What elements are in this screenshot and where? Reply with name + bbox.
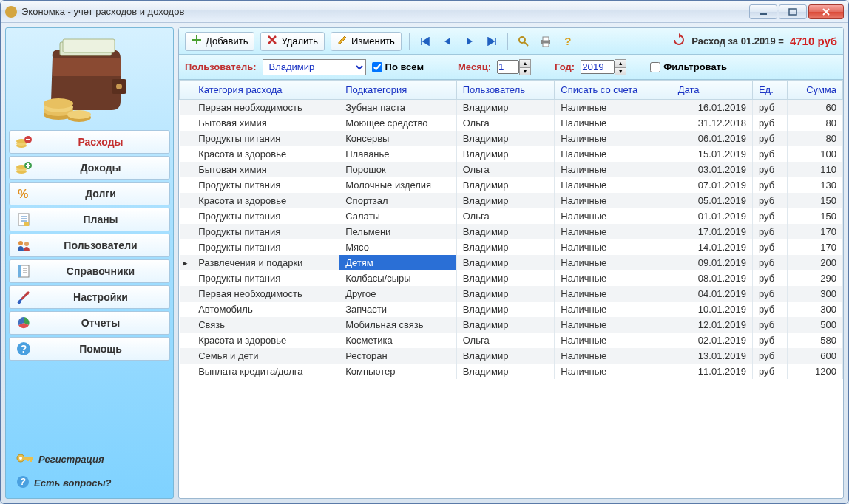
sidebar-item-2[interactable]: %Долги: [9, 182, 170, 205]
month-up-button[interactable]: ▲: [519, 59, 531, 67]
delete-button[interactable]: Удалить: [260, 32, 325, 51]
year-down-button[interactable]: ▼: [615, 67, 626, 75]
cell-subcategory: Салаты: [339, 208, 456, 224]
print-button[interactable]: [538, 33, 554, 50]
table-row[interactable]: Красота и здоровьеПлаваньеВладимирНаличн…: [180, 146, 843, 162]
sidebar-item-3[interactable]: Планы: [9, 208, 170, 231]
cell-user: Ольга: [456, 208, 555, 224]
maximize-button[interactable]: [779, 4, 807, 19]
all-users-checkbox[interactable]: По всем: [372, 61, 424, 72]
cell-subcategory: Детям: [339, 255, 456, 270]
svg-rect-5: [63, 39, 115, 52]
book-icon: [16, 264, 32, 279]
col-user[interactable]: Пользователь: [456, 81, 555, 100]
cell-category: Семья и дети: [192, 348, 339, 364]
col-subcategory[interactable]: Подкатегория: [339, 81, 456, 100]
nav-last-button[interactable]: [484, 33, 500, 50]
nav-prev-button[interactable]: [439, 33, 456, 50]
cell-user: Владимир: [456, 177, 555, 193]
cell-date: 11.01.2019: [672, 364, 752, 379]
register-link[interactable]: Регистрация: [9, 448, 170, 471]
cell-subcategory: Плаванье: [339, 146, 456, 162]
cell-subcategory: Порошок: [339, 162, 456, 177]
user-select[interactable]: Владимир: [263, 59, 366, 75]
table-row[interactable]: Семья и детиРесторанВладимирНаличные13.0…: [180, 348, 843, 364]
table-row[interactable]: Первая необходимостьДругоеВладимирНаличн…: [180, 286, 843, 302]
nav-next-button[interactable]: [461, 33, 478, 50]
table-row[interactable]: Продукты питанияКонсервыВладимирНаличные…: [180, 131, 843, 146]
sidebar-item-4[interactable]: Пользователи: [9, 234, 170, 257]
month-down-button[interactable]: ▼: [519, 67, 531, 75]
row-indicator: [180, 317, 192, 333]
cell-sum: 130: [788, 177, 843, 193]
cell-subcategory: Зубная паста: [339, 100, 456, 116]
table-row[interactable]: Красота и здоровьеСпортзалВладимирНаличн…: [180, 193, 843, 208]
wallet-logo: [9, 31, 170, 127]
svg-point-3: [116, 84, 122, 89]
sidebar-item-1[interactable]: Доходы: [9, 156, 170, 180]
svg-text:?: ?: [21, 343, 27, 355]
users-icon: [16, 239, 32, 252]
row-indicator: [180, 115, 192, 131]
year-input[interactable]: [581, 60, 615, 74]
table-row[interactable]: Продукты питанияКолбасы/сырыВладимирНали…: [180, 270, 843, 286]
cell-unit: руб: [752, 115, 787, 131]
col-sum[interactable]: Сумма: [788, 81, 843, 100]
row-indicator: [180, 162, 192, 177]
table-row[interactable]: СвязьМобильная связьВладимирНаличные12.0…: [180, 317, 843, 333]
cell-account: Наличные: [555, 255, 672, 270]
minimize-button[interactable]: [749, 4, 777, 19]
filter-checkbox[interactable]: Фильтровать: [650, 61, 727, 72]
table-row[interactable]: ▸Развлечения и подаркиДетямВладимирНалич…: [180, 255, 843, 270]
cell-sum: 170: [788, 239, 843, 255]
sidebar-item-0[interactable]: Расходы: [9, 130, 170, 154]
cell-account: Наличные: [555, 286, 672, 302]
cell-subcategory: Колбасы/сыры: [339, 270, 456, 286]
cell-sum: 60: [788, 100, 843, 116]
cell-sum: 600: [788, 348, 843, 364]
sidebar-item-7[interactable]: Отчеты: [9, 311, 170, 335]
year-up-button[interactable]: ▲: [615, 59, 626, 67]
month-input[interactable]: [497, 60, 519, 74]
sidebar-item-6[interactable]: Настройки: [9, 285, 170, 309]
cell-sum: 150: [788, 208, 843, 224]
table-row[interactable]: Первая необходимостьЗубная пастаВладимир…: [180, 100, 843, 116]
table-row[interactable]: Бытовая химияМоющее средствоОльгаНаличны…: [180, 115, 843, 131]
sidebar-item-5[interactable]: Справочники: [9, 259, 170, 283]
col-unit[interactable]: Ед.: [752, 81, 787, 100]
sidebar-item-8[interactable]: ?Помощь: [9, 337, 170, 361]
col-account[interactable]: Списать со счета: [555, 81, 672, 100]
search-button[interactable]: [515, 33, 532, 50]
edit-button[interactable]: Изменить: [331, 32, 402, 51]
cell-category: Продукты питания: [192, 177, 339, 193]
table-row[interactable]: Продукты питанияМолочные изделияВладимир…: [180, 177, 843, 193]
row-indicator: [180, 239, 192, 255]
table-row[interactable]: Выплата кредита/долгаКомпьютерВладимирНа…: [180, 364, 843, 379]
close-button[interactable]: [808, 4, 844, 19]
refresh-icon[interactable]: [672, 33, 686, 49]
cell-user: Ольга: [456, 115, 555, 131]
cell-category: Бытовая химия: [192, 162, 339, 177]
cell-category: Первая необходимость: [192, 286, 339, 302]
col-category[interactable]: Категория расхода: [192, 81, 339, 100]
nav-first-button[interactable]: [417, 33, 433, 50]
table-row[interactable]: АвтомобильЗапчастиВладимирНаличные10.01.…: [180, 302, 843, 317]
row-indicator: [180, 333, 192, 348]
table-row[interactable]: Продукты питанияМясоВладимирНаличные14.0…: [180, 239, 843, 255]
row-indicator: [180, 348, 192, 364]
svg-point-41: [19, 457, 22, 460]
table-row[interactable]: Продукты питанияПельмениВладимирНаличные…: [180, 224, 843, 239]
cell-subcategory: Другое: [339, 286, 456, 302]
table[interactable]: Категория расхода Подкатегория Пользоват…: [179, 80, 843, 498]
sidebar-item-label: Пользователи: [38, 239, 163, 251]
col-date[interactable]: Дата: [672, 81, 752, 100]
add-button[interactable]: Добавить: [185, 32, 254, 51]
questions-link[interactable]: ? Есть вопросы?: [9, 471, 170, 495]
key-icon: [16, 452, 34, 466]
table-row[interactable]: Бытовая химияПорошокОльгаНаличные03.01.2…: [180, 162, 843, 177]
hint-button[interactable]: ?: [560, 33, 576, 50]
cell-user: Владимир: [456, 255, 555, 270]
table-row[interactable]: Красота и здоровьеКосметикаОльгаНаличные…: [180, 333, 843, 348]
cell-sum: 110: [788, 162, 843, 177]
table-row[interactable]: Продукты питанияСалатыОльгаНаличные01.01…: [180, 208, 843, 224]
